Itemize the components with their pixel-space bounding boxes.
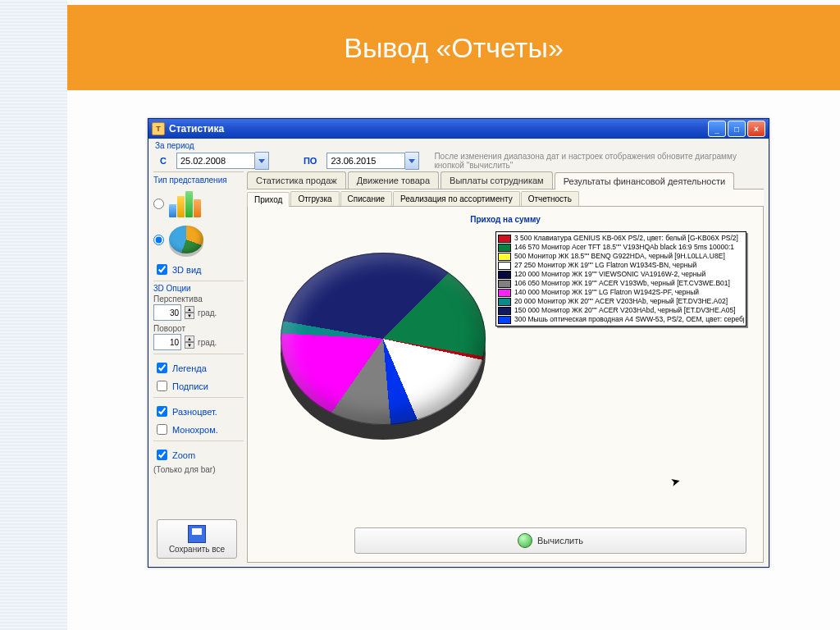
mono-checkbox[interactable] — [157, 424, 167, 435]
zoom-checkbox-label[interactable]: Zoom — [153, 447, 244, 463]
slide-title-bar: Вывод «Отчеты» — [67, 5, 840, 90]
date-to-field[interactable] — [326, 152, 419, 170]
3d-checkbox-label[interactable]: 3D вид — [153, 262, 244, 277]
minimize-button[interactable]: _ — [708, 121, 726, 137]
legend-row-9: 300 Мышь оптическая проводная A4 SWW-53,… — [498, 315, 744, 324]
legend-label: 120 000 Монитор ЖК 19"" VIEWSONIC VA1916… — [514, 270, 705, 279]
zoom-note: (Только для bar) — [153, 465, 244, 474]
svg-marker-1 — [409, 159, 415, 163]
rotation-stepper[interactable]: ▲▼ — [185, 336, 194, 349]
legend-swatch — [498, 280, 511, 288]
view-type-label: Тип представления — [153, 171, 244, 185]
recalc-hint: После изменения диапазона дат и настроек… — [434, 152, 762, 170]
labels-checkbox[interactable] — [157, 381, 167, 391]
legend-label: 27 250 Монитор ЖК 19"" LG Flatron W1934S… — [514, 261, 696, 270]
date-from-field[interactable] — [176, 152, 269, 170]
legend-swatch — [498, 262, 511, 270]
window-titlebar[interactable]: T Статистика _ □ × — [148, 119, 769, 139]
sub-tab-4[interactable]: Отчетность — [521, 191, 579, 206]
legend-swatch — [498, 307, 511, 315]
main-tab-3[interactable]: Результаты финансовой деятельности — [555, 172, 734, 189]
legend-row-3: 27 250 Монитор ЖК 19"" LG Flatron W1934S… — [498, 261, 744, 270]
3d-options-label: 3D Опции — [153, 281, 244, 293]
app-icon: T — [152, 122, 165, 135]
calculate-button[interactable]: Вычислить — [354, 527, 746, 554]
legend-row-5: 106 050 Монитор ЖК 19"" ACER V193Wb, чер… — [498, 279, 744, 288]
date-from-dropdown[interactable] — [255, 152, 269, 170]
legend-row-8: 150 000 Монитор ЖК 20"" ACER V203HAbd, ч… — [498, 306, 744, 315]
legend-row-6: 140 000 Монитор ЖК 19"" LG Flatron W1942… — [498, 288, 744, 297]
period-label: За период — [155, 141, 762, 150]
sub-tab-0[interactable]: Приход — [247, 192, 290, 207]
pie-chart — [281, 253, 486, 450]
save-icon — [188, 525, 206, 543]
legend-label: 500 Монитор ЖК 18.5"" BENQ G922HDA, черн… — [514, 252, 725, 261]
main-tab-2[interactable]: Выплаты сотрудникам — [441, 171, 553, 189]
sidebar: Тип представления 3D вид 3D Опции Перспе… — [153, 171, 244, 474]
legend-row-0: 3 500 Клавиатура GENIUS KB-06X PS/2, цве… — [498, 234, 744, 243]
legend-row-2: 500 Монитор ЖК 18.5"" BENQ G922HDA, черн… — [498, 252, 744, 261]
chart-title: Приход на сумму — [248, 215, 763, 224]
sub-tab-1[interactable]: Отгрузка — [290, 191, 339, 206]
date-to-input[interactable] — [326, 153, 405, 169]
mono-checkbox-label[interactable]: Монохром. — [153, 422, 244, 437]
multicolor-checkbox[interactable] — [157, 406, 167, 417]
date-to-dropdown[interactable] — [405, 152, 419, 170]
legend-swatch — [498, 253, 511, 261]
legend-checkbox[interactable] — [157, 363, 167, 373]
chart-area: Приход на сумму 3 500 Клавиатура GENIUS … — [247, 207, 764, 563]
main-area: Статистика продажДвижение товараВыплаты … — [247, 171, 764, 562]
to-label: ПО — [299, 156, 322, 166]
legend-label: 140 000 Монитор ЖК 19"" LG Flatron W1942… — [514, 288, 699, 297]
3d-checkbox[interactable] — [157, 264, 167, 275]
date-from-input[interactable] — [176, 153, 255, 169]
multicolor-checkbox-label[interactable]: Разноцвет. — [153, 404, 244, 419]
legend-swatch — [498, 235, 511, 243]
perspective-input[interactable] — [153, 304, 181, 321]
pie-chart-icon — [169, 226, 203, 253]
rotation-label: Поворот — [153, 324, 244, 333]
legend-row-4: 120 000 Монитор ЖК 19"" VIEWSONIC VA1916… — [498, 270, 744, 279]
maximize-button[interactable]: □ — [728, 121, 746, 137]
perspective-stepper[interactable]: ▲▼ — [185, 306, 194, 319]
perspective-label: Перспектива — [153, 294, 244, 304]
rotation-input[interactable] — [153, 334, 181, 350]
slide-title: Вывод «Отчеты» — [344, 32, 564, 64]
legend-swatch — [498, 316, 511, 324]
legend-row-7: 20 000 Монитор ЖК 20"" ACER V203HAb, чер… — [498, 297, 744, 306]
labels-checkbox-label[interactable]: Подписи — [153, 378, 244, 394]
legend: 3 500 Клавиатура GENIUS KB-06X PS/2, цве… — [495, 231, 746, 326]
legend-checkbox-label[interactable]: Легенда — [153, 360, 244, 376]
bar-chart-icon — [169, 189, 202, 217]
legend-label: 300 Мышь оптическая проводная A4 SWW-53,… — [514, 315, 744, 324]
main-tab-1[interactable]: Движение товара — [348, 171, 439, 189]
legend-label: 146 570 Монитор Acer TFT 18.5"" V193HQAb… — [514, 243, 734, 252]
sub-tab-3[interactable]: Реализация по ассортименту — [393, 191, 520, 206]
zoom-checkbox[interactable] — [157, 450, 167, 460]
from-label: С — [155, 156, 171, 166]
legend-swatch — [498, 298, 511, 306]
bar-chart-radio[interactable] — [153, 199, 164, 209]
legend-label: 106 050 Монитор ЖК 19"" ACER V193Wb, чер… — [514, 279, 730, 288]
svg-marker-0 — [258, 159, 265, 163]
pie-chart-radio[interactable] — [153, 235, 164, 245]
legend-swatch — [498, 271, 511, 279]
legend-swatch — [498, 289, 511, 297]
main-tab-0[interactable]: Статистика продаж — [247, 171, 346, 189]
close-button[interactable]: × — [747, 121, 765, 137]
main-tabs: Статистика продажДвижение товараВыплаты … — [247, 171, 764, 189]
legend-swatch — [498, 244, 511, 252]
sub-tabs: ПриходОтгрузкаСписаниеРеализация по ассо… — [247, 189, 764, 207]
statistics-window: T Статистика _ □ × За период С ПО — [148, 118, 769, 568]
calculate-icon — [518, 533, 532, 548]
legend-label: 150 000 Монитор ЖК 20"" ACER V203HAbd, ч… — [514, 306, 736, 315]
save-all-button[interactable]: Сохранить все — [157, 519, 237, 559]
legend-label: 3 500 Клавиатура GENIUS KB-06X PS/2, цве… — [514, 234, 738, 243]
sub-tab-2[interactable]: Списание — [340, 191, 392, 206]
legend-row-1: 146 570 Монитор Acer TFT 18.5"" V193HQAb… — [498, 243, 744, 252]
slide-left-strip — [0, 0, 67, 630]
window-title: Статистика — [169, 123, 224, 135]
cursor-icon: ➤ — [669, 474, 682, 490]
legend-label: 20 000 Монитор ЖК 20"" ACER V203HAb, чер… — [514, 297, 728, 306]
